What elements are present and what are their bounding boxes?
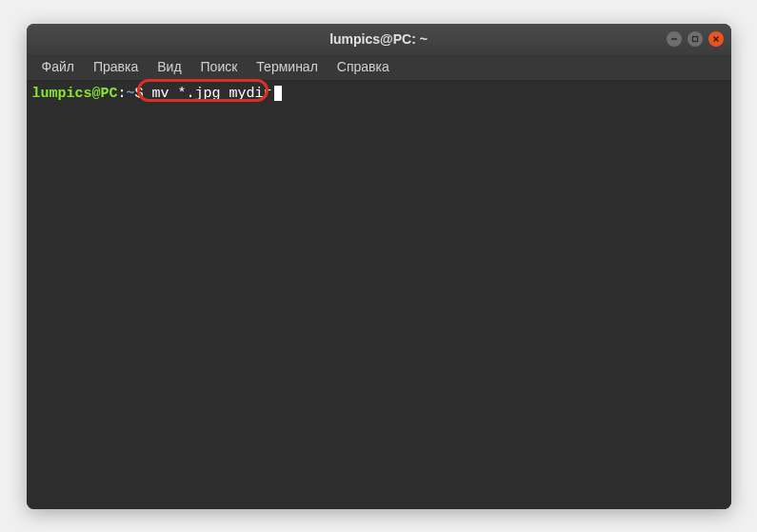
maximize-button[interactable] — [687, 31, 703, 47]
menu-search[interactable]: Поиск — [193, 56, 246, 77]
window-controls — [667, 31, 724, 47]
menubar: Файл Правка Вид Поиск Терминал Справка — [27, 54, 731, 81]
menu-edit[interactable]: Правка — [86, 56, 146, 77]
terminal-window: lumpics@PC: ~ Файл Правка Вид Поиск Терм… — [27, 24, 731, 509]
close-button[interactable] — [708, 31, 724, 47]
command-text: mv *.jpg mydir — [144, 85, 272, 104]
prompt-separator: : — [118, 85, 127, 104]
menu-view[interactable]: Вид — [149, 56, 189, 77]
menu-file[interactable]: Файл — [34, 56, 82, 77]
prompt-line: lumpics@PC:~$ mv *.jpg mydir — [32, 85, 726, 104]
prompt-symbol: $ — [135, 85, 144, 104]
window-title: lumpics@PC: ~ — [329, 31, 428, 47]
svg-rect-1 — [692, 36, 697, 41]
terminal-body[interactable]: lumpics@PC:~$ mv *.jpg mydir — [27, 81, 731, 509]
command-value: mv *.jpg mydir — [152, 86, 272, 102]
titlebar[interactable]: lumpics@PC: ~ — [27, 24, 731, 54]
maximize-icon — [691, 35, 699, 43]
prompt-user-host: lumpics@PC — [32, 85, 118, 104]
minimize-icon — [670, 35, 678, 43]
prompt-path: ~ — [127, 85, 135, 104]
minimize-button[interactable] — [667, 31, 682, 47]
menu-terminal[interactable]: Терминал — [249, 56, 325, 77]
menu-help[interactable]: Справка — [329, 56, 397, 77]
cursor — [274, 86, 282, 101]
close-icon — [712, 35, 720, 43]
